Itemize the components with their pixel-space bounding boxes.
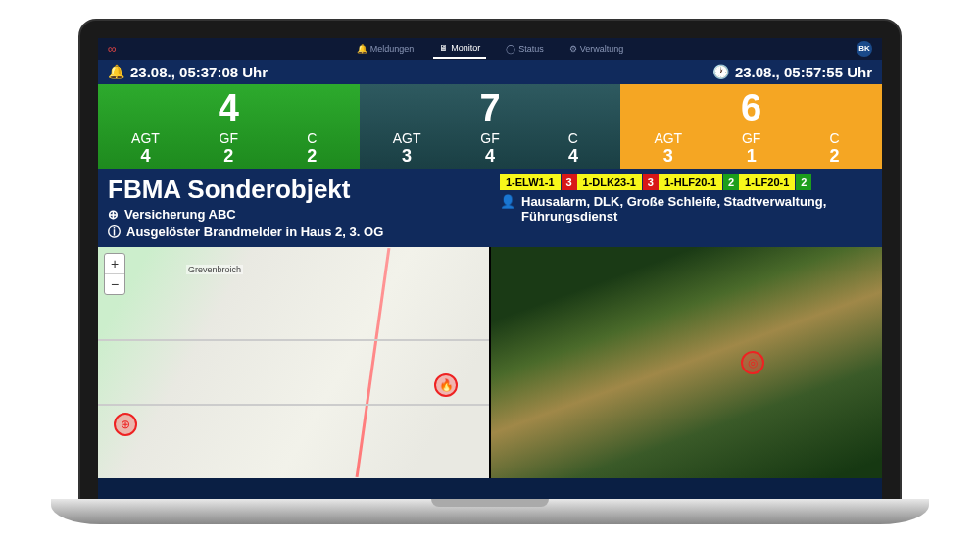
card-col-value: 4 xyxy=(449,146,532,167)
card-col-value: 1 xyxy=(710,146,793,167)
incident-location-row: ⊕ Versicherung ABC xyxy=(108,207,480,222)
maps-row: Grevenbroich + − 🔥 ⊕ ◎ xyxy=(98,247,882,478)
card-col-label: GF xyxy=(710,130,793,146)
map-road-icon xyxy=(98,339,489,341)
status-icon: ◯ xyxy=(506,44,515,54)
vehicle-status-num: 2 xyxy=(723,174,739,190)
nav-label: Verwaltung xyxy=(580,44,624,54)
app-logo-icon: ∞ xyxy=(108,42,117,56)
screen-bezel: ∞ 🔔 Meldungen 🖥 Monitor ◯ Status ⚙ Verwa… xyxy=(78,19,902,499)
map-road-icon xyxy=(356,247,391,476)
laptop-frame: ∞ 🔔 Meldungen 🖥 Monitor ◯ Status ⚙ Verwa… xyxy=(78,19,902,524)
card-big-number: 6 xyxy=(620,84,882,129)
card-col-label: C xyxy=(270,130,354,146)
map-road-icon xyxy=(98,404,489,406)
card-sub-row: AGT3 GF4 C4 xyxy=(360,128,621,172)
map-satellite[interactable]: ◎ xyxy=(491,247,882,478)
card-sub-row: AGT3 GF1 C2 xyxy=(620,128,882,172)
card-col-label: C xyxy=(531,130,614,146)
monitor-icon: 🖥 xyxy=(439,43,448,53)
status-card-2: 7 AGT3 GF4 C4 xyxy=(360,84,621,169)
card-col-label: GF xyxy=(449,130,532,146)
incident-detail-row: ⓘ Ausgelöster Brandmelder in Haus 2, 3. … xyxy=(108,223,480,241)
card-col-label: AGT xyxy=(626,130,710,146)
gear-icon: ⚙ xyxy=(569,44,577,54)
card-big-number: 7 xyxy=(360,84,621,129)
card-col-value: 4 xyxy=(104,146,187,167)
vehicle-badge: 1-DLK23-1 xyxy=(577,174,643,190)
current-time-text: 23.08., 05:57:55 Uhr xyxy=(735,64,872,80)
card-col-value: 2 xyxy=(270,146,354,167)
map-street[interactable]: Grevenbroich + − 🔥 ⊕ xyxy=(98,247,489,478)
nav-label: Meldungen xyxy=(370,44,415,54)
card-col-label: AGT xyxy=(104,130,187,146)
user-avatar[interactable]: BK xyxy=(857,41,872,57)
person-icon: 👤 xyxy=(500,194,515,209)
clock-icon: 🕐 xyxy=(712,64,729,79)
nav-monitor[interactable]: 🖥 Monitor xyxy=(433,39,486,59)
current-time: 🕐 23.08., 05:57:55 Uhr xyxy=(712,64,872,80)
target-marker-icon[interactable]: ⊕ xyxy=(114,413,137,436)
nav-meldungen[interactable]: 🔔 Meldungen xyxy=(351,40,420,58)
map-zoom-controls: + − xyxy=(104,253,125,295)
units-row: 👤 Hausalarm, DLK, Große Schleife, Stadtv… xyxy=(500,194,872,223)
card-col-value: 3 xyxy=(366,146,449,167)
incident-title: FBMA Sonderobjekt xyxy=(108,174,480,205)
map-place-label: Grevenbroich xyxy=(186,265,243,274)
alarm-bell-icon: 🔔 xyxy=(108,64,124,79)
card-col-label: AGT xyxy=(366,130,449,146)
vehicle-badge: 1-ELW1-1 xyxy=(500,174,562,190)
incident-detail: Ausgelöster Brandmelder in Haus 2, 3. OG xyxy=(126,224,383,239)
vehicle-status-num: 3 xyxy=(643,174,659,190)
status-cards-row: 4 AGT4 GF2 C2 7 AGT3 GF4 C4 xyxy=(98,84,882,169)
card-big-number: 4 xyxy=(98,84,360,129)
card-col-label: GF xyxy=(187,130,270,146)
time-row: 🔔 23.08., 05:37:08 Uhr 🕐 23.08., 05:57:5… xyxy=(98,60,882,84)
incident-location: Versicherung ABC xyxy=(124,207,236,222)
nav-label: Status xyxy=(518,44,544,54)
vehicle-status-num: 2 xyxy=(796,174,811,190)
units-text: Hausalarm, DLK, Große Schleife, Stadtver… xyxy=(521,194,872,223)
nav-status[interactable]: ◯ Status xyxy=(500,40,550,58)
fire-marker-icon[interactable]: 🔥 xyxy=(434,373,458,397)
location-marker-icon[interactable]: ◎ xyxy=(741,351,764,374)
vehicle-badge: 1-HLF20-1 xyxy=(659,174,723,190)
top-nav: ∞ 🔔 Meldungen 🖥 Monitor ◯ Status ⚙ Verwa… xyxy=(98,38,882,60)
card-col-value: 4 xyxy=(531,146,614,167)
vehicle-status-bar: 1-ELW1-1 3 1-DLK23-1 3 1-HLF20-1 2 1-LF2… xyxy=(500,174,872,190)
incident-left-pane: FBMA Sonderobjekt ⊕ Versicherung ABC ⓘ A… xyxy=(98,169,490,247)
card-col-label: C xyxy=(793,130,876,146)
nav-label: Monitor xyxy=(451,43,480,53)
nav-verwaltung[interactable]: ⚙ Verwaltung xyxy=(564,40,630,58)
incident-right-pane: 1-ELW1-1 3 1-DLK23-1 3 1-HLF20-1 2 1-LF2… xyxy=(490,169,882,247)
target-icon: ⊕ xyxy=(108,207,119,222)
status-card-3: 6 AGT3 GF1 C2 xyxy=(620,84,882,169)
zoom-in-button[interactable]: + xyxy=(105,254,124,274)
app-screen: ∞ 🔔 Meldungen 🖥 Monitor ◯ Status ⚙ Verwa… xyxy=(98,38,882,499)
incident-info-row: FBMA Sonderobjekt ⊕ Versicherung ABC ⓘ A… xyxy=(98,169,882,247)
laptop-base xyxy=(51,499,929,524)
card-col-value: 3 xyxy=(626,146,710,167)
status-card-1: 4 AGT4 GF2 C2 xyxy=(98,84,360,169)
zoom-out-button[interactable]: − xyxy=(105,274,124,294)
vehicle-status-num: 3 xyxy=(562,174,577,190)
info-icon: ⓘ xyxy=(108,223,121,241)
vehicle-badge: 1-LF20-1 xyxy=(739,174,796,190)
bell-icon: 🔔 xyxy=(357,44,368,54)
card-col-value: 2 xyxy=(793,146,876,167)
alarm-time-text: 23.08., 05:37:08 Uhr xyxy=(130,64,268,80)
laptop-notch xyxy=(431,499,549,507)
card-sub-row: AGT4 GF2 C2 xyxy=(98,128,360,172)
card-col-value: 2 xyxy=(187,146,270,167)
alarm-time: 🔔 23.08., 05:37:08 Uhr xyxy=(108,64,268,80)
